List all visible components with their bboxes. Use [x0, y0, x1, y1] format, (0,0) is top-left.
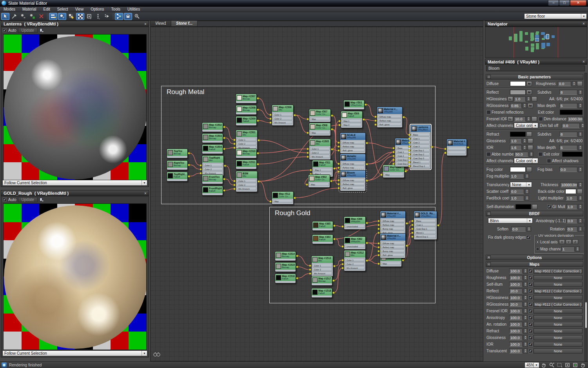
- graph-node[interactable]: Map #1507Bitmap: [236, 94, 257, 103]
- param-spinner[interactable]: ▲▼: [523, 145, 527, 150]
- assign-material-to-selection-button[interactable]: [19, 13, 27, 20]
- param-spinner[interactable]: ▲▼: [578, 167, 583, 172]
- update-button[interactable]: Update: [18, 197, 38, 202]
- node-output-socket[interactable]: [332, 279, 335, 282]
- param-spinner[interactable]: ▲▼: [523, 275, 528, 280]
- node-slot[interactable]: Color 1: [345, 258, 365, 262]
- node-input-socket[interactable]: [374, 120, 377, 122]
- param-spinner[interactable]: ▲▼: [526, 116, 531, 121]
- param-field[interactable]: 1.0: [566, 196, 577, 201]
- node-input-socket[interactable]: [307, 118, 309, 120]
- param-field[interactable]: 0.85: [510, 103, 522, 108]
- node-slot[interactable]: Color 1: [310, 147, 330, 150]
- param-field[interactable]: 100.0: [509, 275, 523, 280]
- scrollbar-thumb[interactable]: [585, 302, 587, 328]
- graph-node[interactable]: RightTexBitmap: [167, 160, 188, 170]
- node-slot[interactable]: Color 2: [345, 262, 365, 266]
- map-slot-button[interactable]: Map #512 ( Color Correction ): [534, 288, 583, 294]
- node-output-socket[interactable]: [330, 180, 332, 182]
- node-header[interactable]: Map #507Color Co...: [309, 109, 330, 116]
- layout-all-button[interactable]: [124, 13, 132, 20]
- graph-node[interactable]: Map #509FalloffMap 1Map 2: [341, 111, 363, 128]
- graph-node[interactable]: Map #1514Bitmap: [275, 251, 296, 261]
- param-field[interactable]: 100.0: [509, 295, 523, 300]
- node-slot[interactable]: Reflect map: [381, 245, 405, 249]
- node-slot[interactable]: Color 2: [273, 117, 292, 120]
- node-slot[interactable]: Blend Dup 1: [412, 164, 430, 168]
- axis-x-button[interactable]: X: [559, 239, 565, 244]
- parameters-scrollbar[interactable]: [584, 73, 587, 361]
- node-slot[interactable]: Base: [415, 219, 436, 223]
- node-slot[interactable]: Diffuse map: [341, 141, 365, 144]
- node-slot[interactable]: Diffuse map: [341, 162, 365, 165]
- param-checkbox[interactable]: ✓: [528, 342, 533, 346]
- param-dropdown[interactable]: None▼: [510, 182, 532, 187]
- update-button[interactable]: Update: [18, 28, 38, 33]
- param-field[interactable]: 0.0: [511, 227, 526, 232]
- close-icon[interactable]: ×: [142, 22, 149, 26]
- close-button[interactable]: ✕: [570, 0, 586, 6]
- node-header[interactable]: Map #509Falloff: [341, 111, 362, 118]
- node-input-socket[interactable]: [233, 180, 236, 182]
- node-header[interactable]: Map #1504Falloff: [202, 145, 223, 152]
- param-map-slot-button[interactable]: [577, 189, 583, 194]
- node-header[interactable]: Map #1503Bitmap: [202, 134, 223, 141]
- node-header[interactable]: Map #1517Bitmap: [312, 276, 332, 283]
- node-input-socket[interactable]: [411, 236, 414, 238]
- param-map-slot-button[interactable]: [583, 218, 584, 223]
- param-checkbox[interactable]: [539, 117, 543, 121]
- node-input-socket[interactable]: [377, 228, 380, 230]
- param-spinner[interactable]: ▲▼: [523, 268, 528, 274]
- node-input-socket[interactable]: [233, 143, 236, 145]
- param-spinner[interactable]: ▲▼: [525, 196, 529, 201]
- param-map-slot-button[interactable]: [528, 145, 533, 150]
- node-output-socket[interactable]: [431, 146, 433, 148]
- node-output-socket[interactable]: [223, 137, 225, 139]
- collapse-icon[interactable]: -: [487, 262, 491, 266]
- graph-node[interactable]: Map #1506MixColor 1Color 2Mix Amount: [272, 105, 294, 126]
- node-header[interactable]: Map #511Falloff: [312, 160, 333, 167]
- node-output-socket[interactable]: [366, 242, 368, 244]
- node-header[interactable]: MetallicVRayMtl: [340, 154, 365, 161]
- param-field[interactable]: 0.0: [510, 189, 524, 194]
- graph-node[interactable]: Map #1505MixColor 1Color 2Mix Amount: [309, 139, 331, 160]
- collapse-icon[interactable]: -: [487, 212, 491, 216]
- collapse-icon[interactable]: -: [487, 75, 491, 79]
- param-spinner[interactable]: ▲▼: [523, 138, 527, 143]
- zoom-region-button[interactable]: [556, 362, 563, 368]
- rollout-header[interactable]: -Maps: [486, 261, 583, 267]
- node-header[interactable]: Material #...Multi/Sub...: [447, 139, 466, 146]
- material-select-dropdown[interactable]: Stone floor▼: [524, 13, 587, 19]
- node-input-socket[interactable]: [408, 134, 410, 136]
- graph-node[interactable]: TopTexBitmap: [167, 149, 188, 158]
- show-background-in-preview-button[interactable]: [67, 13, 75, 20]
- graph-node[interactable]: Map #503VRayColor: [343, 100, 365, 110]
- node-output-socket[interactable]: [294, 114, 296, 116]
- graph-node[interactable]: Material #...VRayMtlDiffuse mapReflect m…: [380, 233, 406, 258]
- param-map-slot-button[interactable]: [532, 96, 537, 102]
- map-slot-button[interactable]: Map #502 ( Color Correction ): [534, 268, 583, 274]
- graph-node[interactable]: Map #1504Falloff: [202, 144, 223, 154]
- param-map-button[interactable]: M: [526, 90, 532, 95]
- map-channel-radio[interactable]: [536, 247, 539, 251]
- node-output-socket[interactable]: [223, 126, 225, 128]
- pan-hand-button[interactable]: [541, 362, 547, 368]
- close-icon[interactable]: ×: [142, 191, 149, 196]
- node-output-socket[interactable]: [332, 292, 335, 294]
- node-slot[interactable]: Color 1: [237, 138, 256, 141]
- node-output-socket[interactable]: [365, 103, 367, 106]
- menu-modes[interactable]: Modes: [0, 7, 19, 12]
- node-input-socket[interactable]: [392, 155, 395, 157]
- node-input-socket[interactable]: [338, 145, 340, 148]
- node-slot[interactable]: Coat 3: [412, 145, 430, 148]
- node-output-socket[interactable]: [258, 180, 260, 183]
- node-slot[interactable]: Color 2: [237, 142, 256, 145]
- auto-update-checkbox[interactable]: ✓: [3, 28, 7, 32]
- node-input-socket[interactable]: [392, 151, 395, 153]
- param-checkbox[interactable]: ✓: [528, 329, 533, 333]
- axis-y-button[interactable]: Y: [566, 239, 572, 244]
- node-slot[interactable]: Mix Amount: [345, 266, 365, 270]
- param-field[interactable]: 0.0: [559, 167, 577, 172]
- graph-node[interactable]: Map #363Falloff: [312, 234, 333, 244]
- node-header[interactable]: Map #1501Mix: [236, 130, 257, 137]
